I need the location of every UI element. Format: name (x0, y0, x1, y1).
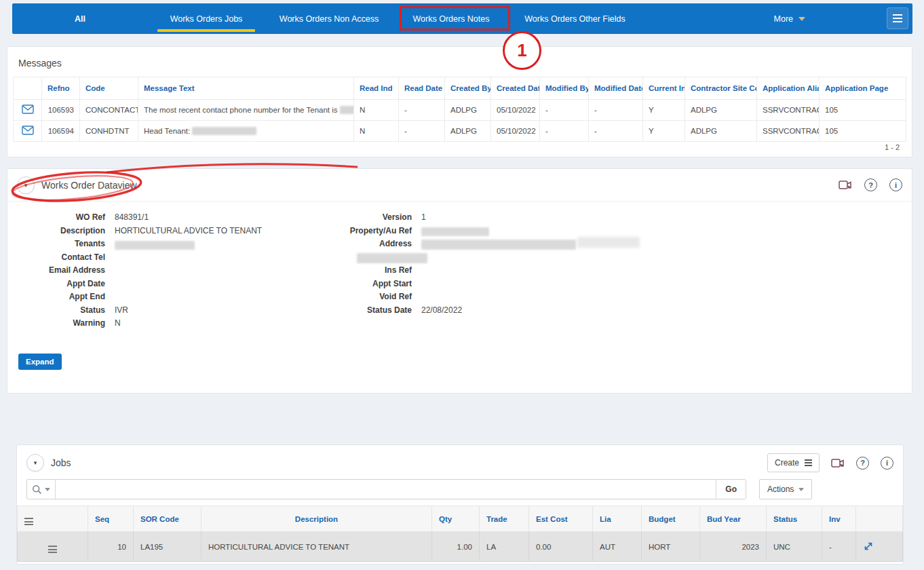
tab-works-orders-notes[interactable]: Works Orders Notes (393, 3, 509, 34)
col-header-row-handle[interactable] (18, 506, 88, 532)
job-row: 10 LA195 HORTICULTURAL ADVICE TO TENANT … (18, 532, 903, 562)
cell-read-date: - (399, 100, 445, 121)
go-button[interactable]: Go (716, 480, 746, 499)
col-header-created-by[interactable]: Created By (445, 77, 491, 100)
col-header-modified-date[interactable]: Modified Date (589, 77, 643, 100)
col-header-created-date[interactable]: Created Date (491, 77, 540, 100)
cell-created-by: ADLPG (445, 121, 491, 142)
top-nav-bar: All Works Orders Jobs Works Orders Non A… (12, 3, 912, 34)
cell-read-ind: N (354, 100, 399, 121)
col-header-current-ind[interactable]: Current Ind (643, 77, 685, 100)
messages-table: Refno Code Message Text Read Ind Read Da… (13, 77, 906, 142)
field-label-status: Status (7, 304, 115, 318)
col-header-description[interactable]: Description (201, 506, 432, 532)
cell-created-by: ADLPG (445, 100, 491, 121)
col-header-modified-by[interactable]: Modified By (540, 77, 589, 100)
collapse-jobs-button[interactable]: ▾ (26, 454, 44, 472)
search-icon (32, 484, 42, 495)
collapse-region-button[interactable]: ▾ (17, 176, 35, 194)
redacted-property-ref (421, 227, 489, 236)
video-camera-icon[interactable] (839, 180, 852, 190)
envelope-icon[interactable] (22, 126, 34, 135)
tab-works-orders-jobs[interactable]: Works Orders Jobs (148, 3, 265, 34)
cell-bud-year: 2023 (700, 532, 767, 562)
col-header-status[interactable]: Status (767, 506, 822, 532)
video-camera-icon[interactable] (831, 458, 845, 468)
cell-contractor-site-code: ADLPG (685, 121, 757, 142)
tab-works-orders-non-access[interactable]: Works Orders Non Access (265, 3, 393, 34)
cell-modified-by: - (540, 121, 589, 142)
col-header-bud-year[interactable]: Bud Year (700, 506, 767, 532)
col-header-budget[interactable]: Budget (642, 506, 700, 532)
actions-button[interactable]: Actions (759, 479, 812, 499)
field-label-property-au-ref: Property/Au Ref (314, 225, 421, 238)
expand-button[interactable]: Expand (18, 354, 62, 370)
search-column-selector[interactable] (27, 480, 56, 499)
tab-all-label: All (75, 14, 85, 24)
cell-current-ind: Y (643, 121, 685, 142)
tab-works-orders-non-access-label: Works Orders Non Access (280, 14, 379, 24)
chevron-down-icon (45, 488, 50, 491)
col-header-seq[interactable]: Seq (88, 506, 134, 532)
help-icon[interactable]: ? (856, 457, 869, 470)
col-header-message-text[interactable]: Message Text (138, 77, 354, 100)
nav-hamburger-button[interactable] (887, 7, 908, 29)
cell-modified-date: - (589, 100, 643, 121)
row-handle-icon[interactable] (48, 546, 57, 553)
col-header-trade[interactable]: Trade (480, 506, 529, 532)
cell-read-date: - (399, 121, 445, 142)
cell-message-text: Head Tenant: (138, 121, 354, 142)
col-header-sor-code[interactable]: SOR Code (134, 506, 201, 532)
jobs-search-input[interactable] (56, 480, 716, 499)
help-icon[interactable]: ? (864, 178, 877, 191)
col-header-code[interactable]: Code (80, 77, 138, 100)
col-header-lia[interactable]: Lia (593, 506, 642, 532)
col-header-read-ind[interactable]: Read Ind (354, 77, 399, 100)
redacted-text (340, 106, 354, 114)
col-header-inv[interactable]: Inv (822, 506, 856, 532)
dataview-title: Works Order Dataview (41, 180, 137, 191)
expand-row-icon[interactable] (863, 541, 874, 552)
col-header-application-page[interactable]: Application Page (820, 77, 906, 100)
redacted-address-extra (577, 237, 640, 248)
field-label-email-address: Email Address (7, 264, 115, 278)
jobs-search-box: Go (26, 479, 746, 499)
jobs-panel: ▾ Jobs Create ? i (16, 444, 904, 565)
cell-contractor-site-code: ADLPG (685, 100, 757, 121)
info-icon[interactable]: i (881, 457, 893, 470)
field-label-appt-date: Appt Date (7, 278, 115, 291)
envelope-icon[interactable] (22, 104, 34, 114)
tab-works-orders-notes-label: Works Orders Notes (413, 14, 490, 24)
create-button[interactable]: Create (767, 453, 820, 472)
field-label-ins-ref: Ins Ref (314, 264, 421, 278)
tab-all[interactable]: All (12, 3, 148, 34)
more-menu-button[interactable]: More (774, 3, 805, 34)
dataview-fields-left: WO Ref848391/1 DescriptionHORTICULTURAL … (7, 211, 313, 330)
cell-status: UNC (767, 532, 822, 562)
menu-icon (24, 518, 33, 525)
chevron-down-icon (798, 17, 805, 21)
jobs-header-row: Seq SOR Code Description Qty Trade Est C… (18, 506, 903, 532)
col-header-refno[interactable]: Refno (42, 77, 80, 100)
hamburger-icon (893, 14, 902, 16)
cell-seq: 10 (88, 532, 134, 562)
jobs-table: Seq SOR Code Description Qty Trade Est C… (17, 506, 903, 562)
field-label-tenants: Tenants (7, 238, 115, 251)
col-header-read-date[interactable]: Read Date (399, 77, 445, 100)
info-icon[interactable]: i (889, 178, 902, 191)
field-value-warning: N (115, 317, 121, 330)
col-header-contractor-site-code[interactable]: Contractor Site Code (685, 77, 757, 100)
cell-inv: - (822, 532, 856, 562)
dataview-fields-right: Version1 Property/Au Ref Address Ins Ref… (314, 211, 735, 317)
cell-est-cost: 0.00 (529, 532, 593, 562)
col-header-icon (14, 77, 42, 100)
field-value-status: IVR (115, 304, 128, 318)
cell-created-date: 05/10/2022 (491, 121, 540, 142)
col-header-est-cost[interactable]: Est Cost (529, 506, 593, 532)
tab-works-orders-other-fields[interactable]: Works Orders Other Fields (509, 3, 641, 34)
triangle-down-icon: ▾ (24, 182, 28, 189)
col-header-qty[interactable]: Qty (432, 506, 480, 532)
col-header-application-alias[interactable]: Application Alias (757, 77, 820, 100)
cell-refno: 106594 (42, 121, 80, 142)
cell-qty: 1.00 (432, 532, 480, 562)
